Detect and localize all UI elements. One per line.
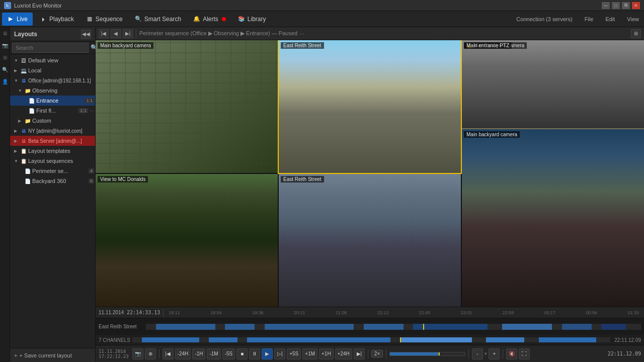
- sidebar-item-beta-server[interactable]: ▶ 🖥 Beta Server [admin@...]: [10, 136, 95, 146]
- camera-cell-2[interactable]: East Reith Street: [279, 40, 461, 173]
- sidebar-item-entrance[interactable]: 📄 Entrance 1:1: [10, 96, 95, 106]
- svg-line-9: [243, 79, 248, 173]
- sidebar-item-office[interactable]: ▼ 🖥 Office [admin@192.168.1.1]: [10, 75, 95, 85]
- skip-fwd-24h-button[interactable]: +24H: [335, 348, 352, 359]
- app-title: Luxriot Evo Monitor: [14, 3, 62, 9]
- playback-button[interactable]: ⏵ Playback: [35, 13, 79, 26]
- smart-search-button[interactable]: 🔍 Smart Search: [130, 13, 186, 26]
- sidebar-item-layout-templates[interactable]: ▶ 📋 Layout templates: [10, 146, 95, 156]
- label-perimeter: Perimeter se...: [32, 168, 88, 174]
- timeline-segment-8: [601, 324, 626, 330]
- timeline-bar[interactable]: [146, 324, 641, 330]
- timeline-date: 11.11.2014: [99, 310, 124, 315]
- sequence-button[interactable]: ▦ Sequence: [81, 13, 128, 26]
- svg-rect-16: [123, 104, 138, 115]
- layout-expand-button[interactable]: ⊞: [631, 29, 641, 38]
- sidebar-item-perimeter-seq[interactable]: 📄 Perimeter se... 4: [10, 166, 95, 176]
- camera-label-4: Main entrance PTZ: [464, 42, 512, 49]
- edit-menu[interactable]: Edit: [602, 15, 618, 23]
- ts-10: 00:56: [586, 310, 598, 315]
- maximize-button[interactable]: □: [612, 2, 620, 9]
- ptz-button[interactable]: ⊕: [145, 348, 156, 359]
- more-options[interactable]: ···: [299, 31, 304, 37]
- cam-icon-button[interactable]: 📷: [132, 348, 143, 359]
- alerts-button[interactable]: 🔔 Alerts: [188, 13, 231, 26]
- skip-back-1m-button[interactable]: -1M: [207, 348, 220, 359]
- skip-to-end-button[interactable]: ▶|: [354, 348, 365, 359]
- file-menu[interactable]: File: [582, 15, 597, 23]
- camera-cell-5[interactable]: View to MC Donalds McDonald's M GRAND OP…: [96, 174, 278, 307]
- user-icon[interactable]: 👤: [1, 77, 9, 85]
- ch-right-label: 22:11.12.09: [614, 337, 641, 343]
- search-icon[interactable]: 🔍: [1, 65, 9, 73]
- camera-cell-6[interactable]: East Reith Street: [279, 174, 461, 307]
- camera-icon[interactable]: 📷: [1, 41, 9, 49]
- channels-bar: 7 CHANNELS 22:11.12.09: [96, 335, 644, 345]
- mute-button[interactable]: 🔇: [506, 348, 517, 359]
- sidebar-collapse-button[interactable]: ◀◀: [81, 30, 91, 39]
- sidebar-item-layout-sequences[interactable]: ▼ 📋 Layout sequences: [10, 156, 95, 166]
- save-layout-button[interactable]: + + Save current layout: [10, 348, 95, 362]
- go-next-button[interactable]: ▶|: [123, 29, 133, 38]
- svg-rect-76: [237, 213, 278, 284]
- timeline-playhead: [423, 324, 424, 330]
- camera-cell-1[interactable]: Main backyard camera: [96, 40, 278, 173]
- skip-to-start-button[interactable]: |◀: [163, 348, 174, 359]
- sidebar-header: Layouts ◀◀: [10, 27, 95, 41]
- skip-back-5s-button[interactable]: -5S: [222, 348, 235, 359]
- timeline-segment-4: [364, 324, 404, 330]
- timeline-track[interactable]: East Reith Street: [96, 318, 644, 335]
- pb-date: 11.11.2014: [99, 349, 129, 354]
- svg-line-4: [141, 79, 146, 173]
- app-icon: L: [4, 2, 11, 9]
- go-prev-button[interactable]: ◀: [111, 29, 121, 38]
- timeline-area: 11.11.2014 22:14:33.13 18:11 18:54 19:36…: [96, 307, 644, 345]
- titlebar-left: L Luxriot Evo Monitor: [4, 2, 62, 9]
- zoom-in-button[interactable]: +: [489, 348, 500, 359]
- layout-icon[interactable]: ⊞: [1, 53, 9, 61]
- sidebar-item-local[interactable]: ▶ 💻 Local: [10, 65, 95, 75]
- skip-fwd-1m-button[interactable]: +1M: [302, 348, 317, 359]
- search-input[interactable]: [12, 43, 89, 53]
- skip-back-1h-button[interactable]: -1H: [192, 348, 205, 359]
- icon-layout-sequences: 📋: [20, 157, 27, 164]
- stop-button[interactable]: ■: [236, 348, 248, 359]
- view-menu[interactable]: View: [624, 15, 642, 23]
- restore-button[interactable]: ⧉: [622, 2, 630, 9]
- timeline-channel-label: East Reith Street: [99, 324, 144, 329]
- sidebar-item-custom[interactable]: ▶ 📁 Custom: [10, 116, 95, 126]
- svg-rect-119: [606, 111, 644, 128]
- cam5-visual: McDonald's M GRAND OPENING: [96, 174, 278, 307]
- skip-back-24h-button[interactable]: -24H: [175, 348, 191, 359]
- next-frame-button[interactable]: ▷|: [274, 348, 285, 359]
- icon-first-fl: 📄: [28, 107, 35, 114]
- skip-fwd-1h-button[interactable]: +1H: [319, 348, 334, 359]
- cam4-visual: [462, 40, 644, 128]
- zoom-out-button[interactable]: -: [472, 348, 483, 359]
- sidebar-item-backyard-360[interactable]: 📄 Backyard 360 6: [10, 176, 95, 186]
- skip-fwd-5s-button[interactable]: +5S: [287, 348, 301, 359]
- svg-rect-135: [462, 277, 485, 285]
- minimize-button[interactable]: ─: [602, 2, 610, 9]
- go-first-button[interactable]: |◀: [99, 29, 109, 38]
- sidebar-item-ny[interactable]: ▶ 🖥 NY [admin@luxriot.com]: [10, 126, 95, 136]
- pb-time: 17:22:12.23: [99, 354, 129, 359]
- play-button[interactable]: ▶: [262, 348, 273, 359]
- sidebar-item-observing[interactable]: ▼ 📁 Observing: [10, 85, 95, 96]
- sidebar-item-first-fl[interactable]: 📄 First fl... 1:1 ···: [10, 106, 95, 116]
- channels-timeline[interactable]: [132, 337, 610, 342]
- pause-button[interactable]: ⏸: [249, 348, 260, 359]
- progress-bar[interactable]: [389, 352, 465, 356]
- close-button[interactable]: ✕: [632, 2, 640, 9]
- monitor-icon[interactable]: 🖥: [1, 29, 9, 37]
- sep2: [368, 349, 368, 358]
- connection-status[interactable]: Connection (3 servers): [513, 15, 575, 23]
- camera-cell-4[interactable]: Main entrance PTZ: [462, 40, 644, 128]
- sidebar-item-default-view[interactable]: ▼ 🖼 Default view: [10, 55, 95, 65]
- camera-cell-7[interactable]: Main backyard camera T-Mobile Sprint →: [462, 129, 644, 307]
- live-button[interactable]: ▶ Live: [2, 13, 33, 26]
- library-button[interactable]: 📚 Library: [233, 13, 271, 26]
- camera-label-5: View to MC Donalds: [98, 176, 148, 183]
- label-observing: Observing: [32, 87, 95, 94]
- fullscreen-button[interactable]: ⛶: [519, 348, 530, 359]
